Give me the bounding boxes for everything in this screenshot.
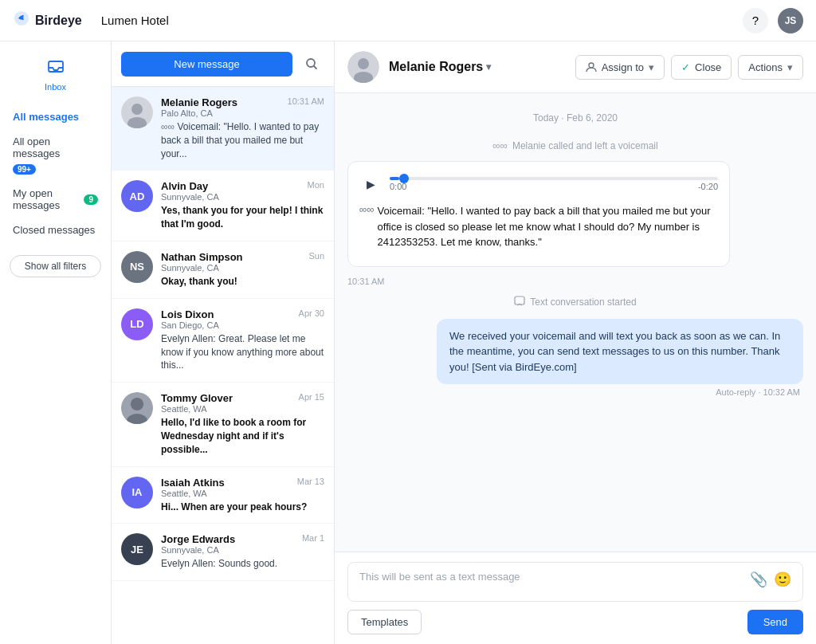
sidebar-item-my-open[interactable]: My open messages 9: [0, 181, 111, 218]
avatar: JE: [121, 533, 153, 565]
sidebar-item-closed[interactable]: Closed messages: [0, 218, 111, 242]
assign-chevron-icon: ▾: [649, 61, 654, 73]
audio-player: ▶ 0:00 -0:20: [359, 173, 718, 195]
birdeye-logo-icon: [13, 10, 30, 31]
inbox-icon: [47, 57, 65, 79]
auto-reply-bubble: We received your voicemail and will text…: [437, 319, 803, 385]
sidebar-nav: All messages All open messages 99+ My op…: [0, 98, 111, 249]
contact-location: San Diego, CA: [161, 320, 324, 330]
chevron-down-icon: ▾: [486, 61, 491, 73]
sidebar-inbox-button[interactable]: Inbox: [0, 51, 111, 98]
user-avatar-button[interactable]: JS: [778, 8, 803, 33]
sidebar: Inbox All messages All open messages 99+…: [0, 41, 112, 644]
svg-point-3: [131, 104, 143, 115]
play-button[interactable]: ▶: [359, 173, 382, 195]
chat-header-actions: Assign to ▾ ✓ Close Actions ▾: [575, 55, 803, 80]
close-conversation-button[interactable]: ✓ Close: [671, 55, 732, 80]
list-item[interactable]: Melanie Rogers 10:31 AM Palo Alto, CA ∞∞…: [112, 87, 334, 171]
all-open-badge: 99+: [13, 164, 36, 175]
actions-chevron-icon: ▾: [787, 61, 793, 73]
list-item[interactable]: JE Jorge Edwards Mar 1 Sunnyvale, CA Eve…: [112, 524, 334, 581]
message-items: Melanie Rogers 10:31 AM Palo Alto, CA ∞∞…: [112, 87, 334, 644]
templates-button[interactable]: Templates: [347, 610, 422, 634]
message-content: Nathan Simpson Sun Sunnyvale, CA Okay, t…: [161, 251, 324, 289]
chat-area: Melanie Rogers ▾ Assign to ▾ ✓ Close Act…: [335, 41, 816, 644]
sidebar-item-label: All open messages: [13, 135, 98, 159]
date-divider: Today · Feb 6, 2020: [347, 112, 803, 124]
message-icon: [514, 296, 525, 309]
voicemail-prefix: ∞∞ Voicemail: "Hello. I wanted to pay ba…: [359, 203, 718, 250]
chat-messages: Today · Feb 6, 2020 ∞∞ Melanie called an…: [335, 93, 816, 552]
message-preview: Evelyn Allen: Sounds good.: [161, 557, 324, 571]
send-button[interactable]: Send: [747, 610, 803, 634]
message-time: Mar 13: [297, 477, 324, 486]
message-time: Apr 30: [299, 308, 324, 318]
message-content: Alvin Day Mon Sunnyvale, CA Yes, thank y…: [161, 180, 324, 231]
assign-label: Assign to: [602, 61, 644, 73]
audio-progress: 0:00 -0:20: [390, 177, 718, 191]
message-preview: Evelyn Allen: Great. Please let me know …: [161, 332, 324, 372]
message-content: Melanie Rogers 10:31 AM Palo Alto, CA ∞∞…: [161, 96, 324, 160]
message-preview: Hello, I'd like to book a room for Wedne…: [161, 416, 324, 456]
input-icons: 📎 🙂: [750, 571, 791, 588]
progress-bar[interactable]: [390, 177, 718, 180]
contact-location: Sunnyvale, CA: [161, 192, 324, 202]
voicemail-bubble: ▶ 0:00 -0:20 ∞∞ Voicemail: "He: [347, 161, 730, 267]
contact-name-heading: Melanie Rogers ▾: [389, 60, 491, 74]
search-button[interactable]: [299, 51, 324, 77]
message-content: Lois Dixon Apr 30 San Diego, CA Evelyn A…: [161, 308, 324, 372]
chat-input-wrapper: This will be sent as a text message 📎 🙂: [347, 562, 803, 602]
top-nav: Birdeye Lumen Hotel ? JS: [0, 0, 816, 41]
actions-button[interactable]: Actions ▾: [738, 55, 803, 80]
chat-input-box[interactable]: This will be sent as a text message 📎 🙂: [347, 562, 803, 602]
help-icon-button[interactable]: ?: [743, 8, 768, 33]
contact-name: Alvin Day: [161, 180, 208, 192]
svg-point-9: [358, 58, 369, 69]
emoji-icon[interactable]: 🙂: [774, 571, 791, 588]
svg-point-11: [589, 63, 594, 68]
list-item[interactable]: IA Isaiah Atkins Mar 13 Seattle, WA Hi..…: [112, 467, 334, 524]
my-open-badge: 9: [84, 194, 98, 205]
sidebar-item-label: My open messages: [13, 187, 79, 211]
avatar: LD: [121, 308, 153, 340]
avatar: [121, 96, 153, 128]
contact-avatar: [347, 51, 379, 83]
sidebar-item-all-messages[interactable]: All messages: [0, 104, 111, 129]
svg-rect-12: [515, 296, 524, 304]
list-item[interactable]: NS Nathan Simpson Sun Sunnyvale, CA Okay…: [112, 242, 334, 299]
check-icon: ✓: [681, 61, 690, 73]
sidebar-item-all-open[interactable]: All open messages 99+: [0, 129, 111, 181]
message-content: Tommy Glover Apr 15 Seattle, WA Hello, I…: [161, 392, 324, 456]
system-message: ∞∞ Melanie called and left a voicemail: [347, 139, 803, 151]
nav-right: ? JS: [743, 8, 803, 33]
contact-location: Sunnyvale, CA: [161, 263, 324, 273]
attachment-icon[interactable]: 📎: [750, 571, 767, 588]
chat-input-area: This will be sent as a text message 📎 🙂 …: [335, 552, 816, 644]
avatar: [121, 392, 153, 424]
chat-header: Melanie Rogers ▾ Assign to ▾ ✓ Close Act…: [335, 41, 816, 93]
contact-name: Nathan Simpson: [161, 251, 243, 263]
input-placeholder: This will be sent as a text message: [359, 571, 743, 583]
svg-point-6: [131, 398, 143, 410]
contact-location: Palo Alto, CA: [161, 108, 324, 118]
contact-name: Jorge Edwards: [161, 533, 235, 545]
show-all-filters-button[interactable]: Show all filters: [10, 255, 101, 277]
avatar: AD: [121, 180, 153, 212]
assign-to-button[interactable]: Assign to ▾: [575, 55, 665, 80]
list-item[interactable]: LD Lois Dixon Apr 30 San Diego, CA Evely…: [112, 299, 334, 383]
sidebar-item-label: Closed messages: [13, 224, 95, 236]
message-preview: ∞∞ Voicemail: "Hello. I wanted to pay ba…: [161, 120, 324, 160]
hotel-name: Lumen Hotel: [101, 14, 169, 27]
contact-location: Seattle, WA: [161, 404, 324, 414]
voicemail-system-icon: ∞∞: [492, 139, 508, 151]
list-item[interactable]: AD Alvin Day Mon Sunnyvale, CA Yes, than…: [112, 171, 334, 242]
duration: -0:20: [698, 182, 718, 191]
message-content: Isaiah Atkins Mar 13 Seattle, WA Hi... W…: [161, 477, 324, 514]
chat-contact-name: Melanie Rogers ▾: [389, 60, 491, 74]
new-message-button[interactable]: New message: [121, 52, 292, 77]
voicemail-timestamp: 10:31 AM: [347, 277, 803, 286]
list-item[interactable]: Tommy Glover Apr 15 Seattle, WA Hello, I…: [112, 383, 334, 466]
logo: Birdeye: [13, 10, 82, 31]
message-content: Jorge Edwards Mar 1 Sunnyvale, CA Evelyn…: [161, 533, 324, 571]
auto-reply-container: We received your voicemail and will text…: [347, 319, 803, 398]
